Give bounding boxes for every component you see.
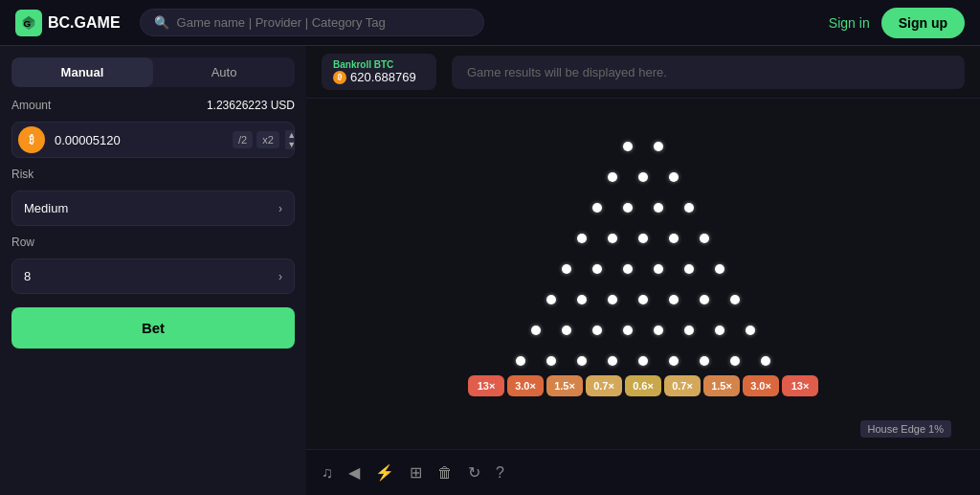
multiplier-bucket-1: 3.0× [507,375,544,396]
risk-value: Medium [24,201,68,215]
bankroll-value: ₿ 620.688769 [333,70,425,84]
peg [746,326,755,335]
row-select[interactable]: 8 › [11,259,295,294]
peg [608,234,617,243]
peg-row-2 [592,203,694,213]
peg-row-5 [546,295,740,304]
bankroll-box: Bankroll BTC ₿ 620.688769 [322,54,436,90]
peg [638,295,648,304]
half-button[interactable]: /2 [233,131,253,148]
peg [684,326,694,335]
peg [592,203,602,213]
stepper-down[interactable]: ▼ [285,140,295,149]
amount-label: Amount [11,99,51,112]
peg [654,264,663,274]
multiplier-bucket-6: 1.5× [703,375,740,396]
risk-label: Risk [11,168,295,181]
sign-up-button[interactable]: Sign up [881,8,965,38]
peg [638,356,648,366]
search-bar[interactable]: 🔍 [140,9,484,36]
double-button[interactable]: x2 [256,131,279,148]
peg [516,356,525,366]
amount-row: Amount 1.23626223 USD [11,99,295,112]
btc-icon: ₿ [18,126,45,153]
bankroll-label: Bankroll BTC [333,59,425,70]
peg [577,356,587,366]
amount-usd-value: 1.23626223 USD [207,99,295,112]
peg [531,326,541,335]
peg [700,295,709,304]
sign-in-button[interactable]: Sign in [829,15,870,31]
tab-auto[interactable]: Auto [153,57,295,87]
multiplier-bucket-0: 13× [468,375,504,396]
multiplier-bucket-8: 13× [782,375,818,396]
header-right: Sign in Sign up [829,8,965,38]
game-top-bar: Bankroll BTC ₿ 620.688769 Game results w… [306,46,980,99]
play-icon[interactable]: ◀ [348,463,360,482]
amount-stepper[interactable]: ▲ ▼ [285,130,295,149]
btc-dot: ₿ [333,71,346,84]
row-value: 8 [24,269,31,283]
trash-icon[interactable]: 🗑 [437,464,453,482]
stepper-up[interactable]: ▲ [285,130,295,140]
logo-icon: G [15,10,42,36]
game-results-bar: Game results will be displayed here. [452,56,965,89]
peg [730,295,740,304]
search-icon: 🔍 [154,15,169,30]
game-area: Bankroll BTC ₿ 620.688769 Game results w… [306,46,980,495]
help-icon[interactable]: ? [496,464,504,482]
peg [715,326,724,335]
peg [715,264,724,274]
peg [623,203,633,213]
peg [654,203,663,213]
peg [562,264,571,274]
logo-text: BC.GAME [48,14,121,32]
peg-row-3 [577,234,709,243]
peg [700,234,709,243]
peg [608,295,617,304]
logo: G BC.GAME [15,10,121,36]
peg [546,356,556,366]
multiplier-bucket-4: 0.6× [625,375,661,396]
peg [577,234,587,243]
peg [669,356,679,366]
row-chevron: › [278,270,282,283]
amount-input[interactable] [51,125,219,155]
peg [623,264,633,274]
multiplier-bucket-5: 0.7× [664,375,701,396]
refresh-icon[interactable]: ↻ [468,463,480,482]
lightning-icon[interactable]: ⚡ [375,463,394,482]
peg [730,356,740,366]
grid-icon[interactable]: ⊞ [410,463,422,482]
search-input[interactable] [177,15,470,30]
peg [654,326,663,335]
peg [608,172,617,182]
peg [638,234,648,243]
amount-input-row: ₿ /2 x2 ▲ ▼ [11,122,295,158]
multiplier-bucket-3: 0.7× [586,375,622,396]
peg [669,172,679,182]
peg [669,295,679,304]
peg [546,295,556,304]
peg [562,326,571,335]
peg [700,356,709,366]
row-label: Row [11,236,295,249]
peg-row-6 [531,326,755,335]
risk-select[interactable]: Medium › [11,191,295,226]
peg-row-1 [608,172,679,182]
amount-buttons: /2 x2 [227,127,285,152]
peg-row-7 [516,356,770,366]
peg [684,264,694,274]
peg [669,234,679,243]
peg [623,326,633,335]
music-icon[interactable]: ♫ [322,464,333,482]
bet-button[interactable]: Bet [11,307,295,349]
multiplier-row: 13×3.0×1.5×0.7×0.6×0.7×1.5×3.0×13× [468,375,818,396]
multiplier-bucket-2: 1.5× [546,375,583,396]
left-panel: Manual Auto Amount 1.23626223 USD ₿ /2 x… [0,46,306,495]
plinko-canvas: 13×3.0×1.5×0.7×0.6×0.7×1.5×3.0×13× [306,99,980,449]
header: G BC.GAME 🔍 Sign in Sign up [0,0,980,46]
tab-manual[interactable]: Manual [11,57,153,87]
peg [623,142,633,151]
peg [654,142,663,151]
